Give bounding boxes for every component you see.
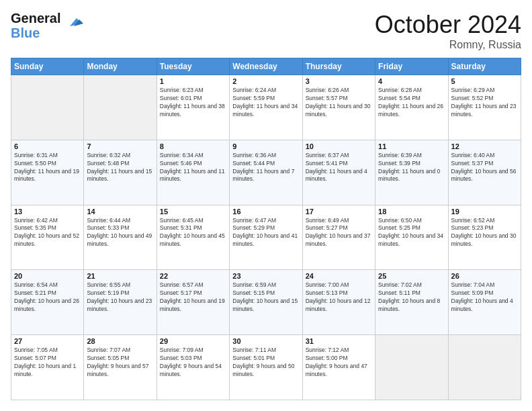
calendar-cell: 2Sunrise: 6:24 AM Sunset: 5:59 PM Daylig… <box>230 75 302 140</box>
calendar-cell: 1Sunrise: 6:23 AM Sunset: 6:01 PM Daylig… <box>157 75 229 140</box>
day-info: Sunrise: 7:04 AM Sunset: 5:09 PM Dayligh… <box>451 281 518 314</box>
day-info: Sunrise: 7:07 AM Sunset: 5:05 PM Dayligh… <box>87 347 153 379</box>
page: General Blue October 2024 Romny, Russia … <box>0 0 532 411</box>
calendar-table: SundayMondayTuesdayWednesdayThursdayFrid… <box>11 58 521 400</box>
location: Romny, Russia <box>375 39 521 51</box>
calendar-cell: 3Sunrise: 6:26 AM Sunset: 5:57 PM Daylig… <box>302 75 375 140</box>
calendar-cell: 5Sunrise: 6:29 AM Sunset: 5:52 PM Daylig… <box>448 75 521 140</box>
calendar-cell: 25Sunrise: 7:02 AM Sunset: 5:11 PM Dayli… <box>375 270 448 335</box>
day-number: 21 <box>87 272 153 280</box>
day-info: Sunrise: 7:02 AM Sunset: 5:11 PM Dayligh… <box>378 281 445 314</box>
calendar-cell <box>375 335 448 400</box>
day-info: Sunrise: 7:00 AM Sunset: 5:13 PM Dayligh… <box>306 281 372 314</box>
day-info: Sunrise: 6:59 AM Sunset: 5:15 PM Dayligh… <box>232 281 299 314</box>
calendar-cell: 9Sunrise: 6:36 AM Sunset: 5:44 PM Daylig… <box>230 140 302 205</box>
day-info: Sunrise: 6:29 AM Sunset: 5:52 PM Dayligh… <box>451 87 518 119</box>
day-info: Sunrise: 6:36 AM Sunset: 5:44 PM Dayligh… <box>232 152 299 184</box>
day-info: Sunrise: 6:57 AM Sunset: 5:17 PM Dayligh… <box>160 281 226 314</box>
day-info: Sunrise: 6:23 AM Sunset: 6:01 PM Dayligh… <box>160 87 226 119</box>
day-info: Sunrise: 6:47 AM Sunset: 5:29 PM Dayligh… <box>232 217 299 249</box>
day-number: 31 <box>306 337 372 345</box>
day-header-monday: Monday <box>84 58 157 75</box>
calendar-week-2: 13Sunrise: 6:42 AM Sunset: 5:35 PM Dayli… <box>11 205 521 270</box>
day-number: 7 <box>87 142 153 150</box>
day-info: Sunrise: 6:28 AM Sunset: 5:54 PM Dayligh… <box>378 87 445 119</box>
day-info: Sunrise: 6:26 AM Sunset: 5:57 PM Dayligh… <box>306 87 372 119</box>
month-title: October 2024 <box>375 11 521 39</box>
day-number: 12 <box>451 142 518 150</box>
day-number: 6 <box>14 142 81 150</box>
day-number: 15 <box>160 208 226 216</box>
day-info: Sunrise: 6:42 AM Sunset: 5:35 PM Dayligh… <box>14 217 81 249</box>
day-number: 3 <box>306 77 372 85</box>
calendar-cell <box>448 335 521 400</box>
calendar-cell: 15Sunrise: 6:45 AM Sunset: 5:31 PM Dayli… <box>157 205 229 270</box>
calendar-cell: 23Sunrise: 6:59 AM Sunset: 5:15 PM Dayli… <box>230 270 302 335</box>
day-info: Sunrise: 6:31 AM Sunset: 5:50 PM Dayligh… <box>14 152 81 184</box>
calendar-week-0: 1Sunrise: 6:23 AM Sunset: 6:01 PM Daylig… <box>11 75 521 140</box>
calendar-cell: 6Sunrise: 6:31 AM Sunset: 5:50 PM Daylig… <box>11 140 84 205</box>
calendar-cell: 10Sunrise: 6:37 AM Sunset: 5:41 PM Dayli… <box>302 140 375 205</box>
day-info: Sunrise: 6:32 AM Sunset: 5:48 PM Dayligh… <box>87 152 153 184</box>
day-number: 2 <box>232 77 299 85</box>
calendar-week-3: 20Sunrise: 6:54 AM Sunset: 5:21 PM Dayli… <box>11 270 521 335</box>
day-info: Sunrise: 6:24 AM Sunset: 5:59 PM Dayligh… <box>232 87 299 119</box>
title-block: October 2024 Romny, Russia <box>375 11 521 51</box>
calendar-cell: 7Sunrise: 6:32 AM Sunset: 5:48 PM Daylig… <box>84 140 157 205</box>
logo-icon <box>63 13 83 33</box>
day-number: 17 <box>306 208 372 216</box>
day-number: 9 <box>232 142 299 150</box>
day-header-friday: Friday <box>375 58 448 75</box>
day-info: Sunrise: 6:34 AM Sunset: 5:46 PM Dayligh… <box>160 152 226 184</box>
calendar-cell: 30Sunrise: 7:11 AM Sunset: 5:01 PM Dayli… <box>230 335 302 400</box>
day-number: 25 <box>378 272 445 280</box>
day-number: 24 <box>306 272 372 280</box>
day-header-sunday: Sunday <box>11 58 84 75</box>
day-info: Sunrise: 7:05 AM Sunset: 5:07 PM Dayligh… <box>14 347 81 379</box>
logo-line1: General <box>11 11 60 26</box>
calendar-cell: 21Sunrise: 6:55 AM Sunset: 5:19 PM Dayli… <box>84 270 157 335</box>
day-header-thursday: Thursday <box>302 58 375 75</box>
calendar-cell: 4Sunrise: 6:28 AM Sunset: 5:54 PM Daylig… <box>375 75 448 140</box>
day-number: 23 <box>232 272 299 280</box>
calendar-cell: 20Sunrise: 6:54 AM Sunset: 5:21 PM Dayli… <box>11 270 84 335</box>
calendar-cell <box>84 75 157 140</box>
logo-text: General Blue <box>11 11 83 40</box>
calendar-cell: 17Sunrise: 6:49 AM Sunset: 5:27 PM Dayli… <box>302 205 375 270</box>
day-info: Sunrise: 6:49 AM Sunset: 5:27 PM Dayligh… <box>306 217 372 249</box>
calendar-cell: 22Sunrise: 6:57 AM Sunset: 5:17 PM Dayli… <box>157 270 229 335</box>
day-number: 19 <box>451 208 518 216</box>
calendar-cell: 24Sunrise: 7:00 AM Sunset: 5:13 PM Dayli… <box>302 270 375 335</box>
calendar-cell: 16Sunrise: 6:47 AM Sunset: 5:29 PM Dayli… <box>230 205 302 270</box>
calendar-cell: 13Sunrise: 6:42 AM Sunset: 5:35 PM Dayli… <box>11 205 84 270</box>
calendar-cell: 31Sunrise: 7:12 AM Sunset: 5:00 PM Dayli… <box>302 335 375 400</box>
day-info: Sunrise: 7:11 AM Sunset: 5:01 PM Dayligh… <box>232 347 299 379</box>
logo-line2: Blue <box>11 26 60 40</box>
day-number: 27 <box>14 337 81 345</box>
calendar-week-4: 27Sunrise: 7:05 AM Sunset: 5:07 PM Dayli… <box>11 335 521 400</box>
day-info: Sunrise: 6:44 AM Sunset: 5:33 PM Dayligh… <box>87 217 153 249</box>
day-info: Sunrise: 6:45 AM Sunset: 5:31 PM Dayligh… <box>160 217 226 249</box>
day-info: Sunrise: 7:12 AM Sunset: 5:00 PM Dayligh… <box>306 347 372 379</box>
day-info: Sunrise: 6:50 AM Sunset: 5:25 PM Dayligh… <box>378 217 445 249</box>
calendar-cell: 28Sunrise: 7:07 AM Sunset: 5:05 PM Dayli… <box>84 335 157 400</box>
day-number: 8 <box>160 142 226 150</box>
day-number: 13 <box>14 208 81 216</box>
day-info: Sunrise: 6:55 AM Sunset: 5:19 PM Dayligh… <box>87 281 153 314</box>
day-number: 26 <box>451 272 518 280</box>
day-number: 29 <box>160 337 226 345</box>
day-number: 28 <box>87 337 153 345</box>
day-info: Sunrise: 7:09 AM Sunset: 5:03 PM Dayligh… <box>160 347 226 379</box>
day-info: Sunrise: 6:54 AM Sunset: 5:21 PM Dayligh… <box>14 281 81 314</box>
day-number: 30 <box>232 337 299 345</box>
day-info: Sunrise: 6:39 AM Sunset: 5:39 PM Dayligh… <box>378 152 445 184</box>
day-number: 4 <box>378 77 445 85</box>
calendar-cell: 26Sunrise: 7:04 AM Sunset: 5:09 PM Dayli… <box>448 270 521 335</box>
day-number: 10 <box>306 142 372 150</box>
day-info: Sunrise: 6:40 AM Sunset: 5:37 PM Dayligh… <box>451 152 518 184</box>
day-number: 11 <box>378 142 445 150</box>
calendar-cell: 19Sunrise: 6:52 AM Sunset: 5:23 PM Dayli… <box>448 205 521 270</box>
calendar-cell: 27Sunrise: 7:05 AM Sunset: 5:07 PM Dayli… <box>11 335 84 400</box>
calendar-cell: 14Sunrise: 6:44 AM Sunset: 5:33 PM Dayli… <box>84 205 157 270</box>
calendar-cell: 18Sunrise: 6:50 AM Sunset: 5:25 PM Dayli… <box>375 205 448 270</box>
